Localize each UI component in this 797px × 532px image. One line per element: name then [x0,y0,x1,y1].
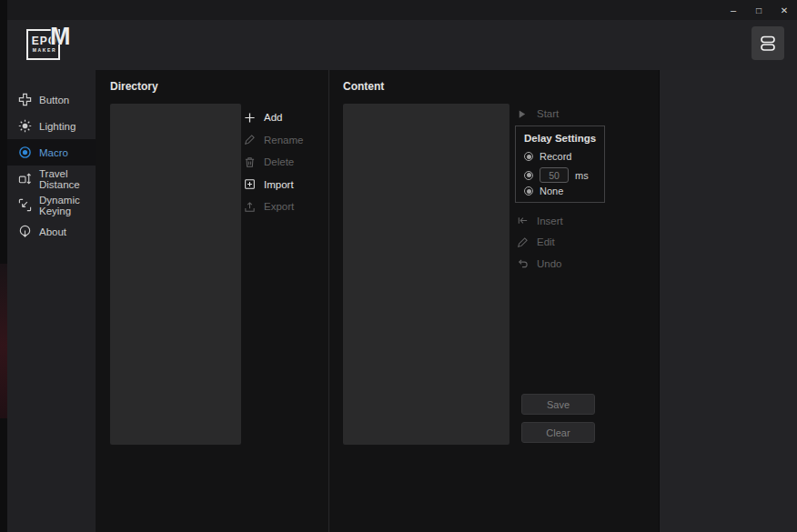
rename-button[interactable]: Rename [244,129,303,152]
sidebar-item-dynamic-keying[interactable]: Dynamic Keying [7,192,96,218]
clear-button[interactable]: Clear [521,422,595,443]
epomaker-logo: EPO MAKER M [26,24,74,65]
directory-title: Directory [110,80,158,93]
import-button[interactable]: Import [244,174,303,196]
sidebar-item-lighting[interactable]: Lighting [7,113,96,139]
sidebar-item-label: About [39,226,66,237]
sidebar-item-label: Dynamic Keying [39,195,96,216]
plus-icon [244,112,256,124]
titlebar: – □ ✕ [7,0,797,20]
sidebar-item-label: Travel Distance [39,168,96,190]
sidebar-item-button[interactable]: Button [7,86,96,113]
pencil-icon [244,134,256,146]
delay-record-option[interactable]: Record [524,151,571,162]
logo-text-m: M [50,25,71,49]
delay-none-option[interactable]: None [524,186,563,196]
delay-settings-title: Delay Settings [524,133,596,144]
sidebar-item-label: Lighting [39,121,76,132]
epomaker-window: – □ ✕ EPO MAKER M [7,0,797,532]
delay-custom-option[interactable]: ms [524,167,589,183]
add-button[interactable]: Add [244,106,303,129]
export-button[interactable]: Export [244,196,303,218]
export-icon [244,201,256,213]
maximize-button[interactable]: □ [746,0,772,20]
sun-icon [18,119,32,133]
radio-icon[interactable] [524,171,533,180]
edit-button[interactable]: Edit [517,232,563,254]
insert-arrow-icon [517,215,529,226]
radio-icon[interactable] [524,186,533,196]
sidebar-item-travel-distance[interactable]: Travel Distance [7,166,96,192]
sidebar-item-about[interactable]: About [7,218,96,245]
save-button[interactable]: Save [521,394,595,415]
delay-settings-group: Delay Settings Record ms None [515,125,605,203]
ms-unit-label: ms [575,170,589,181]
undo-arrow-icon [517,257,529,269]
directory-listbox[interactable] [110,104,241,445]
dynamic-keying-icon [18,198,32,212]
directory-actions: Add Rename Delete [244,106,303,218]
about-update-icon [18,225,32,238]
app-window: – □ ✕ EPO MAKER M [0,0,797,532]
start-button[interactable]: Start [517,106,559,121]
dpad-icon [18,93,32,106]
trash-icon [244,156,256,168]
close-button[interactable]: ✕ [772,0,797,20]
desktop-edge [0,0,7,532]
right-panel [659,70,797,532]
stacked-keys-icon [759,34,777,54]
content-listbox[interactable] [343,104,509,445]
sidebar-item-macro[interactable]: Macro [7,139,96,166]
insert-button[interactable]: Insert [517,210,563,232]
sidebar: Button Lighting [7,70,96,532]
section-divider [328,70,329,532]
macro-edit-actions: Insert Edit [517,210,563,275]
macro-panel: Directory Add [96,70,659,532]
sidebar-item-label: Macro [39,147,68,158]
radio-dot-icon [18,146,32,159]
travel-distance-icon [18,172,32,186]
radio-icon[interactable] [524,152,533,161]
delete-button[interactable]: Delete [244,151,303,174]
device-menu-button[interactable] [752,26,784,60]
pencil-icon [517,236,529,248]
header: EPO MAKER M [7,20,797,69]
undo-button[interactable]: Undo [517,253,563,275]
import-icon [244,178,256,190]
content-title: Content [343,80,384,93]
minimize-button[interactable]: – [721,0,746,20]
sidebar-item-label: Button [39,95,69,105]
play-icon [517,108,529,120]
delay-ms-input[interactable] [540,167,569,183]
